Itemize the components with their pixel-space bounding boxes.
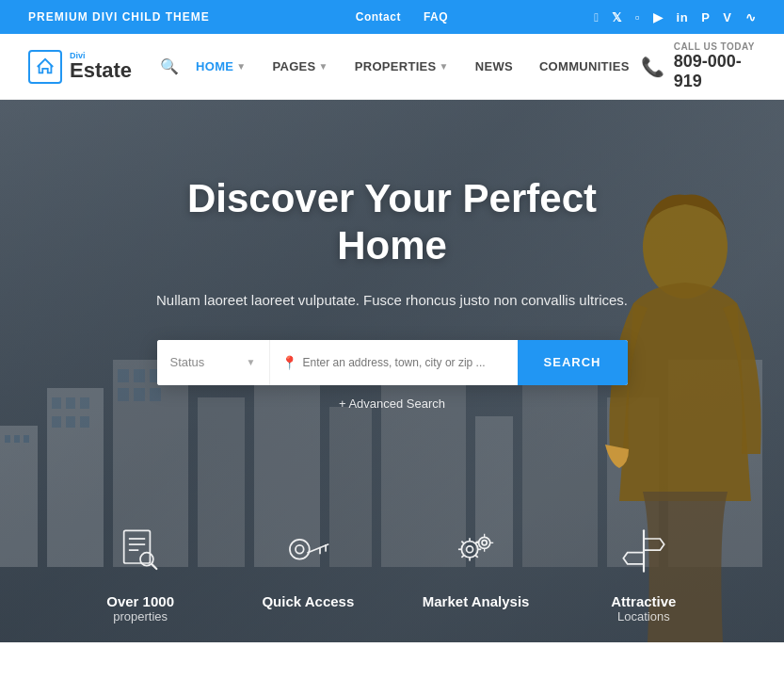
nav-item-properties[interactable]: PROPERTIES ▼ (344, 52, 460, 81)
instagram-icon[interactable]: ▫ (635, 10, 640, 24)
key-icon (283, 526, 332, 575)
phone-icon: 📞 (641, 56, 664, 78)
nav-menu: HOME ▼ PAGES ▼ PROPERTIES ▼ NEWS COMMUNI… (184, 52, 641, 81)
status-dropdown[interactable]: Status ▼ (157, 340, 270, 385)
vimeo-icon[interactable]: V (723, 10, 731, 24)
svg-line-33 (152, 564, 156, 569)
stat-label-properties: Over 1000 (66, 593, 215, 609)
stat-label-access: Quick Access (233, 593, 382, 609)
svg-rect-9 (66, 416, 75, 428)
social-links:  𝕏 ▫ ▶ in P V ∿ (594, 10, 756, 24)
chevron-down-icon: ▼ (319, 61, 328, 72)
stat-sub-locations: Locations (569, 609, 718, 623)
linkedin-icon[interactable]: in (677, 10, 689, 24)
rss-icon[interactable]: ∿ (745, 10, 757, 24)
hero-section: Discover Your Perfect Home Nullam laoree… (0, 100, 784, 642)
search-button[interactable]: SEARCH (518, 340, 628, 385)
svg-rect-1 (5, 435, 10, 443)
svg-point-40 (466, 546, 472, 553)
logo[interactable]: Divi Estate (28, 50, 132, 84)
faq-link[interactable]: FAQ (424, 10, 448, 24)
svg-line-47 (461, 542, 464, 544)
signpost-icon (619, 526, 668, 575)
chevron-down-icon: ▼ (247, 357, 256, 367)
stat-label-market: Market Analysis (402, 593, 551, 609)
svg-line-49 (461, 555, 464, 558)
location-icon: 📍 (281, 355, 297, 370)
gears-icon (452, 526, 501, 575)
advanced-search-link[interactable]: + Advanced Search (129, 397, 656, 411)
svg-point-35 (296, 545, 304, 554)
hero-title: Discover Your Perfect Home (129, 175, 656, 270)
facebook-icon[interactable]:  (594, 10, 599, 24)
logo-text: Divi Estate (70, 52, 132, 81)
svg-point-41 (478, 537, 489, 548)
hero-content: Discover Your Perfect Home Nullam laoree… (110, 175, 675, 411)
stat-sub-properties: properties (66, 609, 215, 623)
svg-rect-7 (80, 397, 89, 409)
top-bar: PREMIUM DIVI CHILD THEME Contact FAQ  𝕏… (0, 0, 784, 34)
stat-properties: Over 1000 properties (56, 508, 224, 642)
contact-link[interactable]: Contact (356, 10, 401, 24)
location-search: 📍 (270, 355, 518, 370)
svg-rect-2 (14, 435, 20, 443)
main-nav: Divi Estate 🔍 HOME ▼ PAGES ▼ PROPERTIES … (0, 34, 784, 100)
nav-search-icon[interactable]: 🔍 (160, 57, 179, 75)
nav-item-communities[interactable]: COMMUNITIES (528, 52, 641, 81)
svg-rect-8 (52, 416, 61, 428)
status-label: Status (170, 355, 205, 369)
chevron-down-icon: ▼ (440, 61, 449, 72)
hero-subtitle: Nullam laoreet laoreet vulputate. Fusce … (129, 289, 656, 312)
document-search-icon (116, 526, 165, 575)
stat-access: Quick Access (224, 508, 392, 642)
hero-stats: Over 1000 properties Quick Access (0, 508, 784, 642)
phone-block: 📞 CALL US TODAY 809-000-919 (641, 41, 756, 91)
svg-line-48 (475, 555, 478, 558)
top-nav-links: Contact FAQ (356, 10, 448, 24)
nav-item-home[interactable]: HOME ▼ (184, 52, 257, 81)
nav-item-pages[interactable]: PAGES ▼ (261, 52, 339, 81)
svg-rect-5 (52, 397, 61, 409)
location-input[interactable] (303, 356, 506, 369)
twitter-icon[interactable]: 𝕏 (612, 10, 622, 24)
svg-rect-28 (124, 530, 151, 563)
youtube-icon[interactable]: ▶ (653, 10, 664, 24)
pinterest-icon[interactable]: P (701, 10, 710, 24)
logo-icon (28, 50, 62, 84)
svg-rect-10 (80, 416, 89, 428)
svg-point-34 (290, 540, 310, 559)
svg-rect-6 (66, 397, 75, 409)
stat-market: Market Analysis (392, 508, 560, 642)
svg-point-42 (482, 541, 487, 545)
brand-label: PREMIUM DIVI CHILD THEME (28, 10, 210, 24)
nav-item-news[interactable]: NEWS (464, 52, 524, 81)
stat-label-locations: Attractive (569, 593, 718, 609)
chevron-down-icon: ▼ (236, 61, 246, 72)
stat-locations: Attractive Locations (560, 508, 728, 642)
search-bar: Status ▼ 📍 SEARCH (157, 340, 628, 385)
svg-rect-3 (24, 435, 29, 443)
